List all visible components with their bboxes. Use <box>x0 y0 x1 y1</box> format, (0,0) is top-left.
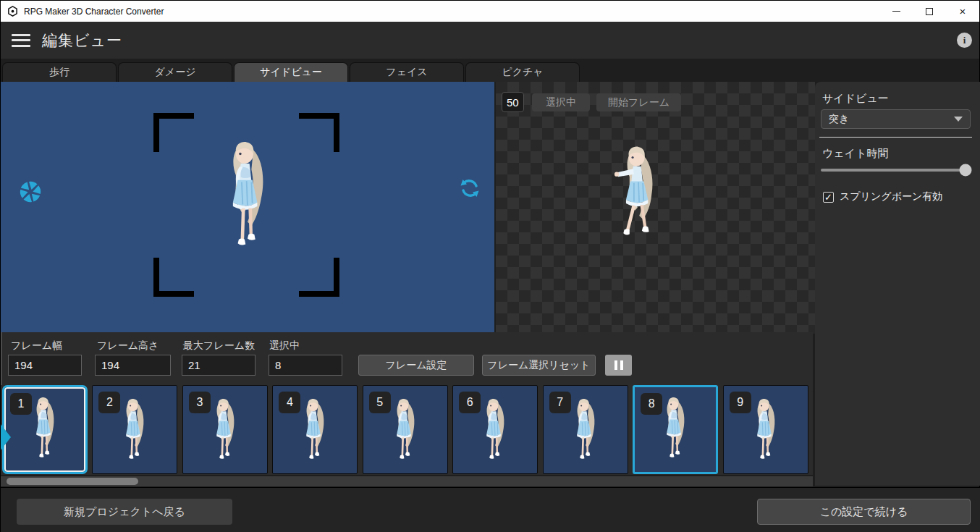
edit-preview-canvas[interactable] <box>1 82 494 334</box>
wait-time-slider[interactable] <box>821 169 970 172</box>
continue-button[interactable]: この設定で続ける <box>757 499 971 525</box>
maximize-button[interactable] <box>913 1 946 22</box>
frame-reset-button[interactable]: フレーム選択リセット <box>482 355 596 376</box>
tab-picture[interactable]: ピクチャ <box>465 62 580 82</box>
frame-height-input[interactable] <box>95 355 171 376</box>
chevron-down-icon <box>954 117 963 122</box>
info-icon[interactable]: i <box>957 33 972 48</box>
app-window: RPG Maker 3D Character Converter × 編集ビュー… <box>0 0 980 532</box>
sideview-section-title: サイドビュー <box>822 92 889 106</box>
frame-height-label: フレーム高さ <box>97 339 159 352</box>
frame-tile[interactable]: 4 <box>272 385 358 474</box>
frame-tile[interactable]: 6 <box>452 385 538 474</box>
motion-select-value: 突き <box>829 113 849 126</box>
springbone-checkbox[interactable]: ✓ <box>823 192 834 203</box>
app-icon <box>7 6 18 17</box>
footer-bar: 新規プロジェクトへ戻る この設定で続ける <box>1 487 980 532</box>
frame-tile[interactable]: 2 <box>92 385 177 474</box>
maximize-icon <box>926 8 933 15</box>
wait-time-label: ウェイト時間 <box>822 147 888 161</box>
start-frame-button[interactable]: 開始フレーム <box>596 93 681 111</box>
selected-label: 選択中 <box>269 339 300 352</box>
menu-icon[interactable] <box>12 34 30 47</box>
wait-slider-handle[interactable] <box>959 164 971 177</box>
playback-frame-badge: 50 <box>502 92 524 112</box>
crop-bracket-bottomright <box>299 258 339 297</box>
title-bar: RPG Maker 3D Character Converter × <box>1 1 979 22</box>
crop-bracket-topright <box>299 113 339 152</box>
crop-bracket-topleft <box>153 113 194 152</box>
sidebar-divider <box>819 137 972 138</box>
scrollbar-thumb[interactable] <box>7 478 138 485</box>
max-frames-input[interactable] <box>182 355 255 376</box>
character-sprite-animation <box>610 143 667 256</box>
frame-tile[interactable]: 8 <box>633 385 718 474</box>
pause-icon <box>614 360 617 370</box>
refresh-icon[interactable] <box>458 177 481 200</box>
aperture-icon[interactable] <box>19 180 42 203</box>
page-title: 編集ビュー <box>42 30 122 51</box>
header-bar: 編集ビュー i <box>1 22 979 59</box>
window-title: RPG Maker 3D Character Converter <box>24 7 164 17</box>
max-frames-label: 最大フレーム数 <box>183 339 255 352</box>
animation-preview-canvas[interactable]: 50 選択中 開始フレーム <box>496 82 815 334</box>
tab-sideview[interactable]: サイドビュー <box>234 62 348 82</box>
frame-tile[interactable]: 1 <box>2 385 88 474</box>
close-button[interactable]: × <box>946 1 979 22</box>
frame-strip: 1 2 3 4 5 6 7 8 9 10 <box>1 385 813 475</box>
selected-frame-input[interactable] <box>269 355 342 376</box>
playhead-marker-icon <box>1 424 11 450</box>
frame-width-input[interactable] <box>8 355 82 376</box>
frame-tile[interactable]: 9 <box>723 385 808 474</box>
selected-filter-button[interactable]: 選択中 <box>532 93 590 111</box>
tab-walk[interactable]: 歩行 <box>2 62 117 82</box>
pause-button[interactable] <box>605 355 632 376</box>
minimize-icon <box>892 11 900 12</box>
back-to-project-button[interactable]: 新規プロジェクトへ戻る <box>17 499 232 525</box>
tab-damage[interactable]: ダメージ <box>118 62 232 82</box>
frame-settings-panel: フレーム幅 フレーム高さ 最大フレーム数 選択中 フレーム設定 フレーム選択リセ… <box>1 332 813 385</box>
frame-width-label: フレーム幅 <box>11 339 62 352</box>
crop-bracket-bottomleft <box>153 258 194 297</box>
sideview-settings-panel: サイドビュー 突き ウェイト時間 ✓ スプリングボーン有効 <box>815 82 980 486</box>
frame-set-button[interactable]: フレーム設定 <box>358 355 474 376</box>
character-sprite-main <box>216 138 279 263</box>
frame-tile[interactable]: 3 <box>182 385 268 474</box>
frame-tile[interactable]: 5 <box>363 385 448 474</box>
minimize-button[interactable] <box>879 1 913 22</box>
tab-face[interactable]: フェイス <box>350 62 464 82</box>
motion-select[interactable]: 突き <box>821 109 971 129</box>
springbone-label: スプリングボーン有効 <box>840 190 942 203</box>
frame-tile[interactable]: 7 <box>543 385 628 474</box>
close-icon: × <box>960 6 966 17</box>
frame-strip-scrollbar[interactable] <box>1 476 813 486</box>
